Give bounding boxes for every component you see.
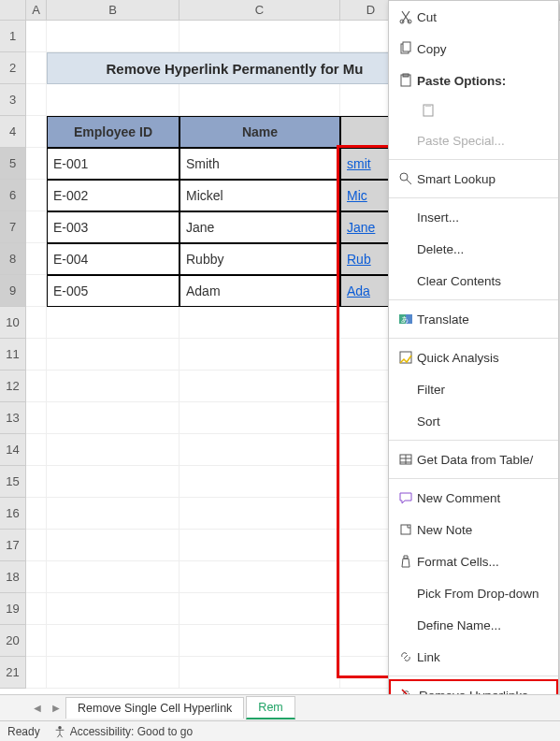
search-icon: [395, 171, 417, 186]
cell-name[interactable]: Jane: [179, 211, 340, 243]
cell-name[interactable]: Rubby: [179, 243, 340, 275]
ctx-translate[interactable]: あ Translate: [389, 303, 558, 335]
row-header[interactable]: 13: [0, 402, 26, 434]
separator: [389, 159, 558, 160]
row-header[interactable]: 1: [0, 21, 26, 52]
ctx-insert[interactable]: Insert...: [389, 201, 558, 233]
ctx-label: Copy: [417, 42, 551, 56]
tab-prev[interactable]: ◄: [28, 702, 47, 715]
ctx-label: Delete...: [417, 242, 551, 256]
ctx-label: Cut: [417, 10, 551, 24]
cells-area[interactable]: Remove Hyperlink Permanently for Mu Empl…: [26, 21, 423, 689]
status-ready: Ready: [7, 725, 40, 738]
ctx-cut[interactable]: Cut: [389, 1, 558, 33]
ctx-label: Link: [417, 650, 551, 664]
svg-text:あ: あ: [401, 315, 409, 324]
sheet-tab-active[interactable]: Rem: [246, 696, 294, 719]
status-bar: Ready Accessibility: Good to go: [0, 720, 560, 741]
table-header-name: Name: [179, 116, 340, 148]
cell-id[interactable]: E-004: [47, 243, 179, 275]
ctx-delete[interactable]: Delete...: [389, 233, 558, 265]
ctx-sort[interactable]: Sort: [389, 405, 558, 437]
ctx-copy[interactable]: Copy: [389, 33, 558, 65]
svg-point-8: [400, 173, 408, 181]
row-header[interactable]: 21: [0, 657, 26, 689]
tab-next[interactable]: ►: [47, 702, 65, 715]
ctx-quick-analysis[interactable]: Quick Analysis: [389, 341, 558, 373]
row-header[interactable]: 8: [0, 243, 26, 275]
ctx-label: Get Data from Table/: [417, 453, 551, 467]
ctx-label: Paste Options:: [417, 74, 551, 88]
ctx-label: Clear Contents: [417, 274, 551, 288]
ctx-label: New Note: [417, 523, 551, 537]
svg-rect-14: [401, 525, 410, 534]
row-header[interactable]: 7: [0, 211, 26, 243]
row-header[interactable]: 17: [0, 530, 26, 561]
ctx-link[interactable]: Link: [389, 641, 558, 673]
page-title: Remove Hyperlink Permanently for Mu: [47, 52, 423, 84]
table-icon: [395, 452, 417, 467]
svg-rect-3: [403, 42, 410, 51]
table-header-id: Employee ID: [47, 116, 179, 148]
row-header[interactable]: 2: [0, 52, 26, 84]
row-header[interactable]: 20: [0, 625, 26, 657]
row-header[interactable]: 12: [0, 370, 26, 402]
ctx-smart-lookup[interactable]: Smart Lookup: [389, 163, 558, 195]
context-menu: Cut Copy Paste Options: Paste Special...…: [388, 0, 559, 712]
separator: [389, 478, 558, 479]
svg-rect-5: [403, 74, 409, 77]
ctx-pick-dropdown[interactable]: Pick From Drop-down: [389, 577, 558, 609]
ctx-label: Smart Lookup: [417, 172, 551, 186]
row-header[interactable]: 16: [0, 498, 26, 530]
ctx-clear-contents[interactable]: Clear Contents: [389, 265, 558, 297]
row-header[interactable]: 18: [0, 561, 26, 593]
ctx-new-comment[interactable]: New Comment: [389, 482, 558, 514]
ctx-label: Sort: [417, 414, 551, 429]
accessibility-status[interactable]: Accessibility: Good to go: [53, 725, 193, 738]
ctx-filter[interactable]: Filter: [389, 373, 558, 405]
ctx-get-data[interactable]: Get Data from Table/: [389, 443, 558, 475]
row-header[interactable]: 9: [0, 275, 26, 307]
select-all-corner[interactable]: [0, 0, 26, 20]
cell-id[interactable]: E-003: [47, 211, 179, 243]
row-header[interactable]: 15: [0, 466, 26, 498]
cell-id[interactable]: E-002: [47, 180, 179, 211]
col-header-c[interactable]: C: [179, 0, 340, 20]
ctx-new-note[interactable]: New Note: [389, 514, 558, 545]
row-header[interactable]: 14: [0, 434, 26, 466]
separator: [389, 676, 558, 676]
separator: [389, 197, 558, 198]
cell-id[interactable]: E-001: [47, 148, 179, 180]
row-header[interactable]: 5: [0, 148, 26, 180]
row-header[interactable]: 6: [0, 180, 26, 211]
svg-rect-7: [425, 104, 431, 107]
ctx-define-name[interactable]: Define Name...: [389, 609, 558, 641]
col-header-a[interactable]: A: [26, 0, 47, 20]
col-header-b[interactable]: B: [47, 0, 179, 20]
ctx-label: Translate: [417, 312, 551, 327]
ctx-label: Define Name...: [417, 618, 551, 632]
cell-name[interactable]: Adam: [179, 275, 340, 307]
clipboard-icon: [417, 103, 439, 118]
sheet-tab[interactable]: Remove Single Cell Hyperlink: [65, 697, 244, 719]
format-icon: [395, 554, 417, 569]
row-header[interactable]: 4: [0, 116, 26, 148]
accessibility-icon: [53, 725, 66, 738]
cell-id[interactable]: E-005: [47, 275, 179, 307]
separator: [389, 440, 558, 441]
quick-analysis-icon: [395, 350, 417, 365]
row-header[interactable]: 3: [0, 84, 26, 116]
row-header[interactable]: 19: [0, 593, 26, 625]
cell-name[interactable]: Smith: [179, 148, 340, 180]
ctx-label: Pick From Drop-down: [417, 587, 551, 601]
ctx-paste-options[interactable]: Paste Options:: [389, 65, 558, 96]
row-header[interactable]: 11: [0, 339, 26, 370]
ctx-paste-sub[interactable]: [389, 96, 558, 124]
row-headers: 1 2 3 4 5 6 7 8 9 10 11 12 13 14 15 16 1…: [0, 21, 26, 689]
svg-point-15: [58, 725, 62, 729]
row-header[interactable]: 10: [0, 307, 26, 339]
cell-name[interactable]: Mickel: [179, 180, 340, 211]
ctx-paste-special: Paste Special...: [389, 124, 558, 156]
ctx-label: New Comment: [417, 491, 551, 505]
ctx-format-cells[interactable]: Format Cells...: [389, 545, 558, 577]
